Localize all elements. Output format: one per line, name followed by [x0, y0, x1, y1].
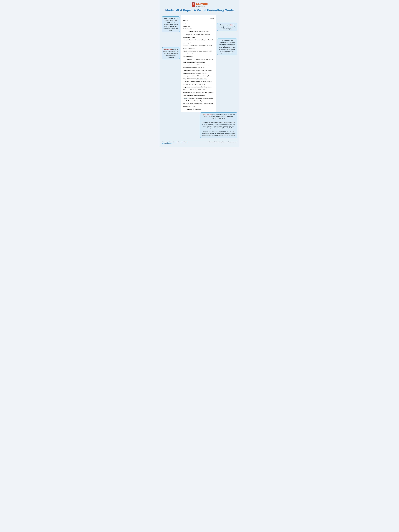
logo-text: EasyBib a Chegg service — [196, 2, 208, 7]
content-area: This is a header. In MLA, you don't need… — [162, 15, 237, 112]
bottom-left-spacer — [162, 112, 180, 138]
main-title: Model MLA Paper: A Visual Formatting Gui… — [162, 8, 237, 12]
italics-callout: These titles are in italics because they… — [217, 38, 237, 55]
logo-chegg: a Chegg service — [196, 6, 205, 7]
footer-url[interactable]: www.easybib.com — [162, 143, 188, 144]
svg-rect-1 — [192, 2, 192, 7]
header-callout: This is a header. In MLA, you don't need… — [162, 16, 180, 32]
footer-left: Find more guides and tools on citing and… — [162, 141, 188, 144]
paper-body: Story in the form of myth, legend, and s… — [183, 33, 214, 111]
paper-title: The Unity of Story in Tolkien’s Works — [183, 30, 214, 33]
footer: Find more guides and tools on citing and… — [162, 140, 237, 144]
logo-easybib: EasyBib — [196, 2, 208, 6]
paper: Doe 1 Jane Doe Dr. S. English 4900 16 Oc… — [181, 15, 216, 112]
paper-bottom-spacer — [181, 112, 199, 138]
footer-right: ©2017 EasyBib™, a Chegg® service. All ri… — [208, 141, 237, 143]
citation-callout: In-text citations usually include the au… — [200, 112, 237, 138]
logo-container: EasyBib a Chegg service — [191, 2, 208, 7]
page-wrapper: EasyBib a Chegg service Model MLA Paper:… — [160, 0, 239, 147]
left-callouts: This is a header. In MLA, you don't need… — [162, 15, 180, 112]
bottom-section: In-text citations usually include the au… — [162, 112, 237, 138]
title-divider — [177, 13, 222, 13]
spacer1 — [162, 33, 180, 46]
logo-book-icon — [191, 2, 195, 7]
double-space-callout: Double space the whole paper. This is st… — [162, 47, 180, 59]
page-number: Doe 1 — [183, 17, 214, 19]
right-callouts: Create an original title for your projec… — [217, 15, 237, 112]
logo-area: EasyBib a Chegg service — [162, 2, 237, 7]
title-callout: Create an original title for your projec… — [217, 23, 237, 31]
paper-header-block: Jane Doe Dr. S. English 4900 16 October … — [183, 19, 214, 30]
